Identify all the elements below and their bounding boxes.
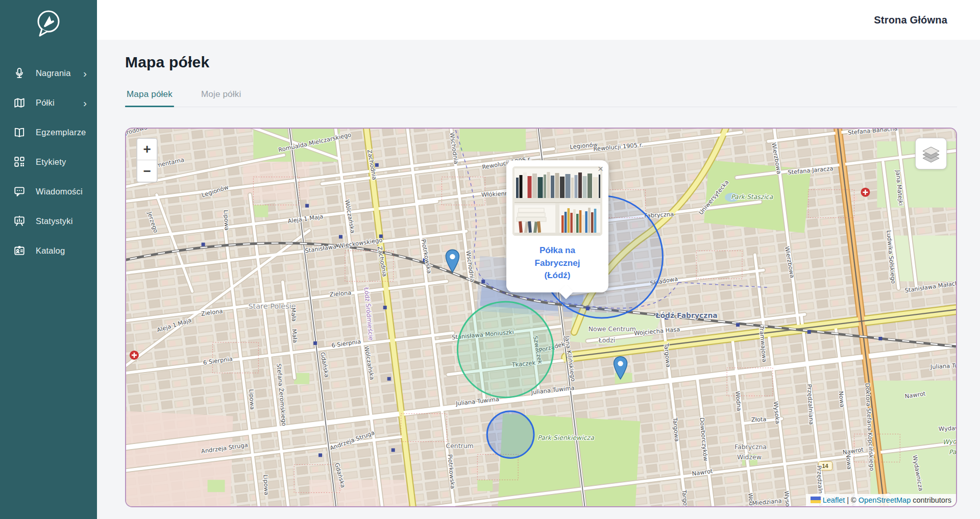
tab-mapa-polek[interactable]: Mapa półek — [125, 89, 174, 107]
ukraine-flag-icon — [811, 497, 821, 503]
svg-text:Złota: Złota — [751, 415, 766, 424]
svg-text:Lipowa: Lipowa — [248, 389, 256, 410]
svg-text:Łodzi: Łodzi — [598, 336, 616, 344]
sidebar-item-label: Półki — [36, 98, 83, 108]
main-content: Mapa półek Mapa półek Moje półki — [97, 40, 980, 519]
shelf-radius-circle[interactable] — [457, 302, 553, 398]
layers-control[interactable] — [915, 138, 947, 169]
microphone-icon — [13, 66, 27, 80]
svg-text:Łódź Fabryczna: Łódź Fabryczna — [655, 311, 717, 319]
svg-text:Lipowa: Lipowa — [223, 210, 231, 231]
tab-moje-polki[interactable]: Moje półki — [200, 89, 243, 107]
home-nav-link[interactable]: Strona Główna — [874, 14, 947, 26]
svg-text:Par: Par — [948, 448, 956, 456]
sidebar-item-label: Egzemplarze — [36, 128, 87, 137]
chevron-right-icon: › — [83, 97, 87, 108]
svg-text:Juliana Tu: Juliana Tu — [930, 362, 956, 370]
sidebar-item-wiadomosci[interactable]: Wiadomości — [0, 177, 97, 206]
chart-board-icon — [13, 214, 27, 228]
sidebar-item-etykiety[interactable]: Etykiety — [0, 147, 97, 177]
svg-text:Stare Polesie: Stare Polesie — [248, 302, 296, 310]
sidebar-item-nagrania[interactable]: Nagrania › — [0, 58, 97, 88]
svg-text:Wysoka: Wysoka — [783, 490, 792, 507]
svg-text:Wydawi: Wydawi — [942, 437, 956, 446]
page-title: Mapa półek — [125, 54, 980, 71]
sidebar-nav: Nagrania › Półki › Egzemplarze — [0, 58, 97, 265]
folded-map-icon — [13, 96, 27, 109]
open-book-icon — [13, 126, 27, 139]
popup-shelf-link[interactable]: Półka na Fabrycznej (Łódź) — [512, 244, 602, 282]
svg-text:Widzew: Widzew — [737, 453, 762, 461]
map-attribution: Leaflet | © OpenStreetMap contributors — [806, 494, 956, 506]
svg-text:Park Staszica: Park Staszica — [731, 193, 773, 201]
sidebar-item-polki[interactable]: Półki › — [0, 88, 97, 117]
id-card-icon — [13, 244, 27, 257]
svg-text:Park Sienkiewicza: Park Sienkiewicza — [537, 434, 594, 441]
chevron-right-icon: › — [83, 68, 87, 79]
zoom-in-button[interactable]: + — [137, 139, 157, 160]
svg-text:Mała: Mała — [290, 329, 299, 343]
popup-close-icon[interactable]: × — [598, 164, 603, 174]
tab-bar: Mapa półek Moje półki — [125, 89, 957, 107]
app-logo[interactable] — [0, 0, 97, 45]
svg-text:Centrum: Centrum — [446, 442, 473, 450]
leaflet-link[interactable]: Leaflet — [823, 496, 845, 504]
svg-text:Fabryczna: Fabryczna — [734, 443, 767, 451]
svg-text:Mała: Mała — [289, 307, 298, 322]
svg-text:Wydaw: Wydaw — [938, 424, 955, 432]
shelf-radius-circle[interactable] — [487, 411, 534, 458]
speech-bubble-logo-icon — [34, 8, 63, 39]
chat-bubble-icon — [13, 185, 27, 198]
bookshelf-photo — [512, 166, 602, 236]
svg-text:Nowe Centrum: Nowe Centrum — [589, 325, 636, 333]
sidebar-item-label: Wiadomości — [36, 187, 87, 196]
svg-text:Lipowa: Lipowa — [262, 475, 270, 496]
sidebar-item-label: Katalog — [36, 246, 87, 256]
sidebar-item-label: Statystyki — [36, 216, 87, 226]
layers-icon — [920, 143, 942, 164]
sidebar-item-egzemplarze[interactable]: Egzemplarze — [0, 117, 97, 147]
openstreetmap-link[interactable]: OpenStreetMap — [859, 496, 911, 504]
svg-text:Nowa: Nowa — [838, 391, 846, 408]
sidebar-item-label: Etykiety — [36, 157, 87, 167]
qr-code-icon — [13, 155, 27, 168]
sidebar-item-label: Nagrania — [36, 68, 83, 78]
sidebar-item-statystyki[interactable]: Statystyki — [0, 206, 97, 236]
zoom-control: + − — [136, 138, 158, 183]
leaflet-map[interactable]: 14 OgrodowaCmentarnaLegionówLegionówRomu… — [125, 128, 957, 507]
sidebar-item-katalog[interactable]: Katalog — [0, 236, 97, 265]
top-header: Strona Główna — [97, 0, 980, 40]
map-popup: × Półka na Fabrycznej (Łódź) — [506, 160, 608, 292]
zoom-out-button[interactable]: − — [137, 160, 157, 182]
sidebar: Nagrania › Półki › Egzemplarze — [0, 0, 97, 519]
